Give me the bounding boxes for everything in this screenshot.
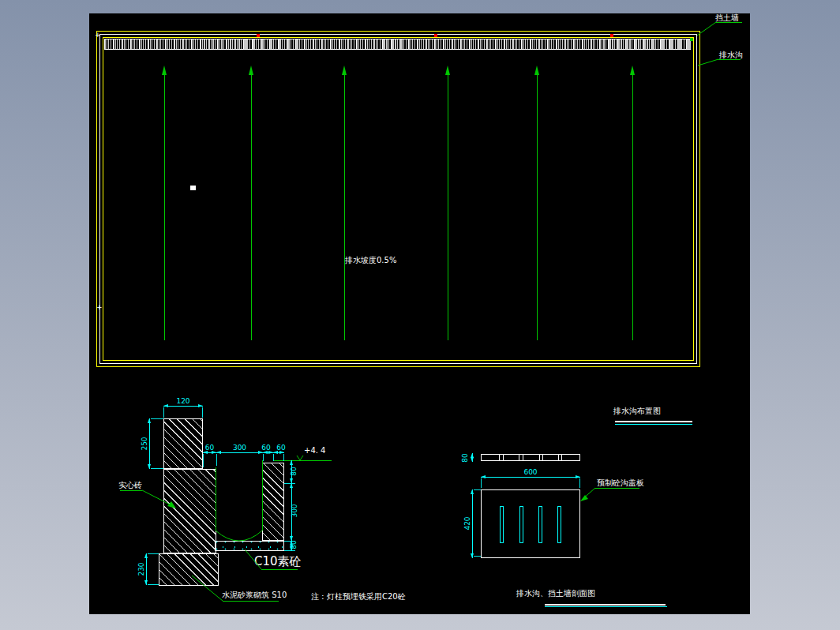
plate-joint xyxy=(523,455,523,460)
footing-block xyxy=(159,553,219,586)
flow-arrow xyxy=(537,75,538,340)
plate-slot xyxy=(500,506,504,543)
plate-joint xyxy=(539,455,540,460)
arrow-head xyxy=(162,66,167,75)
dim-80-cover: 80 xyxy=(290,464,298,478)
base-concrete-label: C10素砼 xyxy=(254,555,302,568)
plate-joint xyxy=(499,455,500,460)
dim-line-60-mid xyxy=(263,452,273,453)
dim-60-right: 60 xyxy=(274,444,288,452)
elevation-line xyxy=(274,460,332,461)
layout-title: 排水沟布置图 xyxy=(613,407,661,415)
elevation-value: +4. 4 xyxy=(304,446,325,455)
retaining-wall-label: 挡土墙 xyxy=(715,13,739,22)
extension-line xyxy=(163,407,164,418)
plate-slot xyxy=(538,506,542,543)
node-dot-green xyxy=(690,38,693,41)
flow-arrow xyxy=(632,75,633,340)
node-dot-red xyxy=(610,34,613,37)
layout-title-underline-thin xyxy=(615,424,692,425)
extension-line xyxy=(284,550,295,551)
dim-line-60-right xyxy=(273,452,284,453)
dim-line-420 xyxy=(472,489,473,558)
plate-joint xyxy=(561,455,562,460)
section-title-underline-thin xyxy=(545,606,667,607)
drain-label: 排水沟 xyxy=(719,51,743,59)
plate-joint xyxy=(519,455,519,460)
drain-leader xyxy=(698,59,718,66)
extension-line xyxy=(474,489,481,490)
artifact-dot xyxy=(190,186,196,190)
extension-line xyxy=(151,468,163,469)
extension-line xyxy=(474,556,481,557)
plate-joint xyxy=(542,455,543,460)
dim-line-300 xyxy=(216,452,263,453)
arrow-head xyxy=(630,66,635,75)
dim-60-left: 60 xyxy=(203,444,216,452)
plate-slot xyxy=(519,506,523,543)
cover-plate-plan-view xyxy=(481,489,580,558)
dim-line-600 xyxy=(481,477,580,478)
grip-marker: + xyxy=(96,305,103,310)
dim-600: 600 xyxy=(481,468,580,476)
extension-line xyxy=(148,553,159,554)
extension-line xyxy=(216,454,217,466)
dim-80-plate: 80 xyxy=(461,451,469,465)
extension-line xyxy=(579,478,580,488)
cover-plate-label: 预制砼沟盖板 xyxy=(597,478,644,487)
extension-line xyxy=(284,483,295,484)
dim-250: 250 xyxy=(141,434,148,453)
arrow-head xyxy=(534,66,539,75)
cover-plate-side-view xyxy=(481,454,580,461)
drain-cover-band xyxy=(104,39,691,50)
retaining-wall-underline xyxy=(716,22,742,23)
concrete-base-layer xyxy=(215,541,284,551)
dim-line-230 xyxy=(146,553,147,585)
channel-left-face xyxy=(216,467,216,531)
plate-joint xyxy=(558,455,559,460)
mortar-label: 水泥砂浆砌筑 S10 xyxy=(222,591,287,599)
extension-line xyxy=(283,454,284,461)
slope-label: 排水坡度0.5% xyxy=(345,256,396,264)
flow-arrow xyxy=(251,75,252,340)
mortar-underline xyxy=(223,601,279,602)
layout-title-underline-thick xyxy=(615,421,692,422)
plan-inner-border xyxy=(103,37,694,361)
plate-joint xyxy=(503,455,504,460)
dim-120: 120 xyxy=(163,397,203,405)
solid-brick-label: 实心砖 xyxy=(118,481,142,489)
channel-right-face xyxy=(262,460,263,531)
dim-60-mid: 60 xyxy=(259,444,273,452)
extension-line xyxy=(481,478,482,488)
cad-drawing-canvas[interactable]: + + 排水坡度0.5% 挡土墙 排水沟 120 250 230 60 300 … xyxy=(89,13,750,614)
dim-230: 230 xyxy=(137,560,145,579)
cover-plate-underline xyxy=(595,488,639,489)
flow-arrow xyxy=(448,75,448,340)
section-title: 排水沟、挡土墙剖面图 xyxy=(516,589,595,598)
flow-arrow xyxy=(344,75,345,340)
plate-slot xyxy=(557,506,561,543)
node-dot-red xyxy=(434,34,437,37)
solid-brick-underline xyxy=(120,490,142,491)
cover-plate-leader xyxy=(583,488,595,499)
extension-line xyxy=(263,454,264,461)
arrow-head xyxy=(249,66,253,75)
right-wall-block xyxy=(262,463,284,541)
base-concrete-underline xyxy=(261,569,298,570)
dim-300-depth: 300 xyxy=(291,501,298,520)
extension-line xyxy=(148,584,159,585)
note-text: 注：灯柱预埋铁采用C20砼 xyxy=(311,592,406,601)
extension-line xyxy=(151,418,163,419)
dim-300: 300 xyxy=(216,444,263,452)
arrow-head xyxy=(342,66,347,75)
section-title-underline-thick xyxy=(545,604,666,606)
node-dot-red xyxy=(257,34,260,37)
extension-line xyxy=(284,541,295,542)
cover-plate-leader-arrowhead xyxy=(580,495,588,501)
mid-wall-block xyxy=(163,469,216,553)
channel-bottom-arc xyxy=(216,531,262,541)
dim-line-plate xyxy=(472,453,473,462)
dim-line-250 xyxy=(149,418,150,469)
grip-marker: + xyxy=(95,32,101,38)
arrow-head xyxy=(445,66,450,75)
